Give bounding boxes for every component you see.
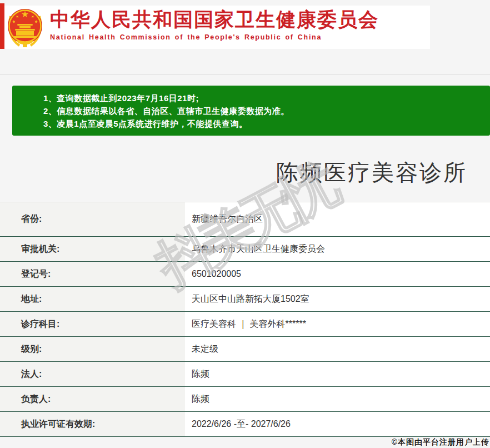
field-value: 乌鲁木齐市天山区卫生健康委员会 bbox=[185, 237, 490, 261]
field-label: 地址: bbox=[0, 287, 185, 311]
table-row-legal-person: 法人: 陈频 bbox=[0, 362, 490, 387]
field-label: 审批机关: bbox=[0, 237, 185, 261]
field-label: 诊疗科目: bbox=[0, 312, 185, 336]
table-row-approval-authority: 审批机关: 乌鲁木齐市天山区卫生健康委员会 bbox=[0, 237, 490, 262]
notice-line-1: 1、查询数据截止到2023年7月16日21时; bbox=[43, 92, 484, 104]
field-value: 新疆维吾尔自治区 bbox=[185, 202, 490, 236]
clinic-name-title: 陈频医疗美容诊所 bbox=[276, 157, 467, 188]
notice-line-3: 3、凌晨1点至凌晨5点系统进行维护，不能提供查询。 bbox=[43, 117, 484, 130]
field-label: 级别: bbox=[0, 337, 185, 361]
field-value: 6501020005 bbox=[185, 262, 490, 286]
table-row-license-validity: 执业许可证有效期: 2022/6/26 -至- 2027/6/26 bbox=[0, 412, 490, 437]
field-value: 医疗美容科 ｜ 美容外科****** bbox=[185, 312, 490, 336]
national-emblem-icon bbox=[7, 7, 43, 48]
license-info-table: 省份: 新疆维吾尔自治区 审批机关: 乌鲁木齐市天山区卫生健康委员会 登记号: … bbox=[0, 202, 490, 437]
field-label: 负责人: bbox=[0, 387, 185, 411]
field-label: 登记号: bbox=[0, 262, 185, 286]
table-row-province: 省份: 新疆维吾尔自治区 bbox=[0, 202, 490, 237]
table-row-medical-subjects: 诊疗科目: 医疗美容科 ｜ 美容外科****** bbox=[0, 312, 490, 337]
field-value: 2022/6/26 -至- 2027/6/26 bbox=[185, 412, 490, 436]
table-row-level: 级别: 未定级 bbox=[0, 337, 490, 362]
query-notice-box: 1、查询数据截止到2023年7月16日21时; 2、信息数据结果以各省、自治区、… bbox=[12, 86, 490, 136]
notice-line-2: 2、信息数据结果以各省、自治区、直辖市卫生健康委数据为准。 bbox=[43, 104, 484, 117]
left-edge-red-strip bbox=[0, 3, 4, 49]
site-header-banner: 中华人民共和国国家卫生健康委员会 National Health Commiss… bbox=[4, 6, 430, 49]
table-row-registration-number: 登记号: 6501020005 bbox=[0, 262, 490, 287]
field-label: 省份: bbox=[0, 202, 185, 236]
upload-credit-label: ©本图由平台注册用户上传 bbox=[392, 437, 489, 447]
field-value: 未定级 bbox=[185, 337, 490, 361]
health-commission-query-page: 中华人民共和国国家卫生健康委员会 National Health Commiss… bbox=[0, 0, 490, 448]
site-title-english: National Health Commission of the People… bbox=[50, 33, 379, 41]
field-label: 法人: bbox=[0, 362, 185, 386]
site-title-block: 中华人民共和国国家卫生健康委员会 National Health Commiss… bbox=[50, 8, 379, 41]
field-value: 陈频 bbox=[185, 362, 490, 386]
field-value: 陈频 bbox=[185, 387, 490, 411]
table-row-person-in-charge: 负责人: 陈频 bbox=[0, 387, 490, 412]
field-label: 执业许可证有效期: bbox=[0, 412, 185, 436]
table-row-address: 地址: 天山区中山路新拓大厦1502室 bbox=[0, 287, 490, 312]
field-value: 天山区中山路新拓大厦1502室 bbox=[185, 287, 490, 311]
header-divider bbox=[0, 74, 490, 74]
site-title-chinese: 中华人民共和国国家卫生健康委员会 bbox=[50, 8, 379, 31]
